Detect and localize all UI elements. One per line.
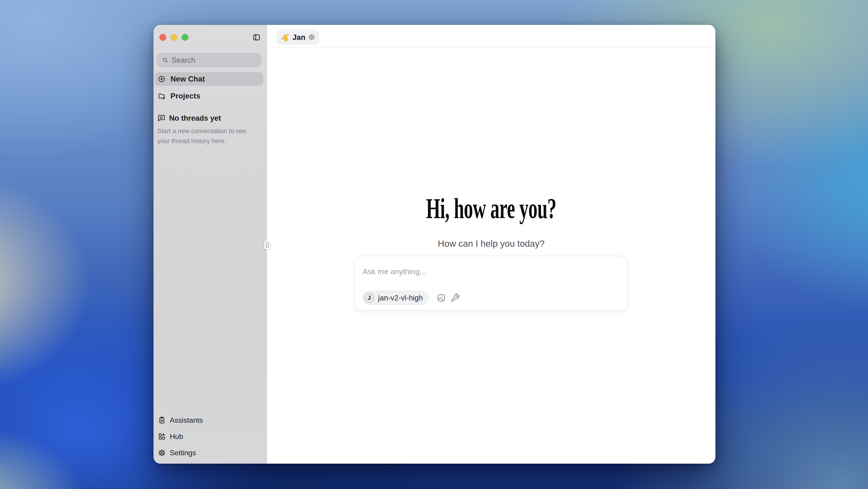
search-input[interactable]: Search [157,53,261,67]
app-title: Jan [292,33,305,42]
sidebar-item-settings[interactable]: Settings [154,445,267,461]
threads-empty-title: No threads yet [169,114,221,122]
model-selector[interactable]: J jan-v2-vl-high [362,291,429,305]
search-icon [162,57,168,63]
sidebar-item-label: New Chat [170,75,205,83]
wrench-icon [450,293,460,303]
sidebar-nav: New Chat Projects [155,72,263,106]
clipboard-smile-icon [158,416,166,424]
sidebar-footer: Assistants Hub [154,412,267,461]
model-name: jan-v2-vl-high [378,294,423,302]
sidebar-item-label: Hub [170,432,183,441]
sidebar-item-hub[interactable]: Hub [154,428,267,445]
sidebar-resize-handle[interactable] [264,241,270,249]
zoom-window-button[interactable] [182,34,188,41]
folder-plus-icon [158,92,165,100]
window-controls [159,34,188,41]
gear-icon[interactable] [308,34,315,41]
sidebar: Search New Chat [154,25,267,464]
threads-empty-state: No threads yet Start a new conversation … [157,114,257,146]
sidebar-item-projects[interactable]: Projects [155,89,263,103]
search-placeholder: Search [172,56,195,64]
jan-app-window: Search New Chat [154,25,715,464]
sidebar-toggle-button[interactable] [253,33,260,41]
gear-icon [158,449,166,457]
threads-empty-description: Start a new conversation to see your thr… [157,126,254,146]
panel-left-icon [253,33,260,41]
sidebar-item-label: Projects [170,92,200,100]
chat-main-area: Jan [267,25,715,464]
circle-plus-icon [158,75,165,83]
minimize-window-button[interactable] [170,34,177,41]
sidebar-item-label: Assistants [170,416,203,425]
attach-image-button[interactable] [437,294,446,302]
composer-toolbar: J jan-v2-vl-high [362,291,460,305]
composer: Ask me anything... J jan-v2-vl-high [354,256,627,311]
waving-hand-icon [281,33,290,42]
image-icon [437,294,446,302]
tools-button[interactable] [450,293,460,303]
close-window-button[interactable] [159,34,166,41]
grid-plus-icon [158,433,166,440]
assistant-selector[interactable]: Jan [277,30,319,44]
model-avatar: J [364,293,374,303]
greeting-subtitle: How can I help you today? [267,239,715,249]
sidebar-item-label: Settings [170,449,196,457]
message-bubble-icon [157,114,165,122]
main-header: Jan [267,25,715,48]
sidebar-item-new-chat[interactable]: New Chat [155,72,263,86]
message-input[interactable]: Ask me anything... [363,267,426,276]
greeting-title: Hi, how are you? [267,194,715,223]
sidebar-item-assistants[interactable]: Assistants [154,412,267,428]
